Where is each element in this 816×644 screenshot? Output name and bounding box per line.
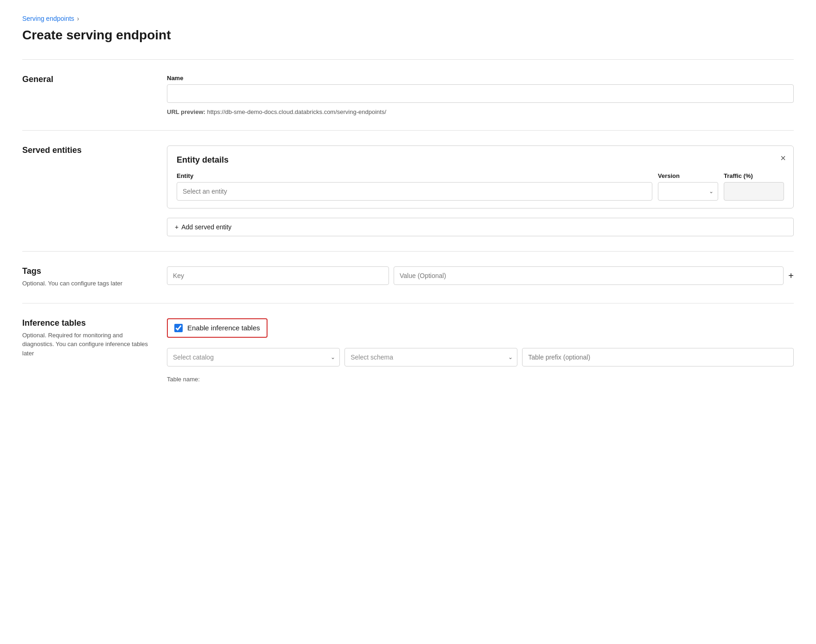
url-preview-label: URL preview: — [167, 108, 205, 115]
page-title: Create serving endpoint — [22, 28, 794, 43]
schema-select[interactable]: Select schema — [344, 348, 517, 366]
tags-label: Tags — [22, 266, 152, 276]
served-entities-section: Served entities Entity details × Entity … — [22, 130, 794, 251]
breadcrumb: Serving endpoints › — [22, 15, 794, 22]
table-name-label: Table name: — [167, 376, 200, 383]
add-tag-button[interactable]: + — [788, 271, 794, 280]
add-entity-label: Add served entity — [181, 223, 231, 231]
tags-label-group: Tags Optional. You can configure tags la… — [22, 266, 152, 288]
entity-field-group: Entity — [177, 172, 652, 201]
version-field-group: Version — [658, 172, 718, 201]
enable-inference-tables-checkbox[interactable] — [174, 324, 183, 332]
breadcrumb-link[interactable]: Serving endpoints — [22, 15, 74, 22]
entity-select-input[interactable] — [177, 182, 652, 201]
inference-tables-label-group: Inference tables Optional. Required for … — [22, 318, 152, 383]
inference-tables-label: Inference tables — [22, 318, 152, 328]
served-entities-label: Served entities — [22, 145, 152, 155]
general-section: General Name URL preview: https://db-sme… — [22, 59, 794, 130]
inference-tables-content: Enable inference tables Select catalog S… — [167, 318, 794, 383]
url-preview-value: https://db-sme-demo-docs.cloud.databrick… — [207, 108, 386, 115]
entity-details-card: Entity details × Entity Version — [167, 145, 794, 208]
inference-dropdowns-row: Select catalog Select schema — [167, 348, 794, 366]
entity-field-label: Entity — [177, 172, 652, 179]
inference-tables-section: Inference tables Optional. Required for … — [22, 303, 794, 398]
entity-fields-row: Entity Version Traffic (%) 100 — [177, 172, 784, 201]
served-entities-label-group: Served entities — [22, 145, 152, 236]
tags-inputs-row: + — [167, 266, 794, 285]
served-entities-content: Entity details × Entity Version — [167, 145, 794, 236]
add-served-entity-button[interactable]: + Add served entity — [167, 218, 794, 236]
tag-key-input[interactable] — [167, 266, 389, 285]
version-field-label: Version — [658, 172, 718, 179]
tags-section: Tags Optional. You can configure tags la… — [22, 251, 794, 303]
general-section-content: Name URL preview: https://db-sme-demo-do… — [167, 75, 794, 115]
url-preview: URL preview: https://db-sme-demo-docs.cl… — [167, 108, 794, 115]
traffic-input[interactable]: 100 — [724, 182, 784, 201]
name-field-label: Name — [167, 75, 794, 82]
version-select-wrapper — [658, 182, 718, 201]
enable-inference-tables-label[interactable]: Enable inference tables — [187, 324, 260, 332]
name-input[interactable] — [167, 84, 794, 103]
entity-card-close-button[interactable]: × — [780, 153, 786, 163]
tags-content: + — [167, 266, 794, 288]
catalog-select[interactable]: Select catalog — [167, 348, 340, 366]
add-entity-icon: + — [175, 223, 178, 231]
table-prefix-input[interactable] — [522, 348, 794, 366]
tag-value-input[interactable] — [394, 266, 784, 285]
name-field-group: Name — [167, 75, 794, 103]
inference-tables-sublabel: Optional. Required for monitoring and di… — [22, 331, 152, 358]
table-name-row: Table name: — [167, 376, 794, 383]
schema-select-wrapper: Select schema — [344, 348, 517, 366]
traffic-field-label: Traffic (%) — [724, 172, 784, 179]
traffic-field-group: Traffic (%) 100 — [724, 172, 784, 201]
tags-sublabel: Optional. You can configure tags later — [22, 279, 152, 288]
version-select[interactable] — [658, 182, 718, 201]
catalog-select-wrapper: Select catalog — [167, 348, 340, 366]
breadcrumb-separator: › — [77, 15, 79, 22]
enable-inference-tables-row: Enable inference tables — [167, 318, 268, 338]
general-section-label-group: General — [22, 75, 152, 115]
entity-card-title: Entity details — [177, 155, 784, 165]
general-label: General — [22, 75, 152, 84]
